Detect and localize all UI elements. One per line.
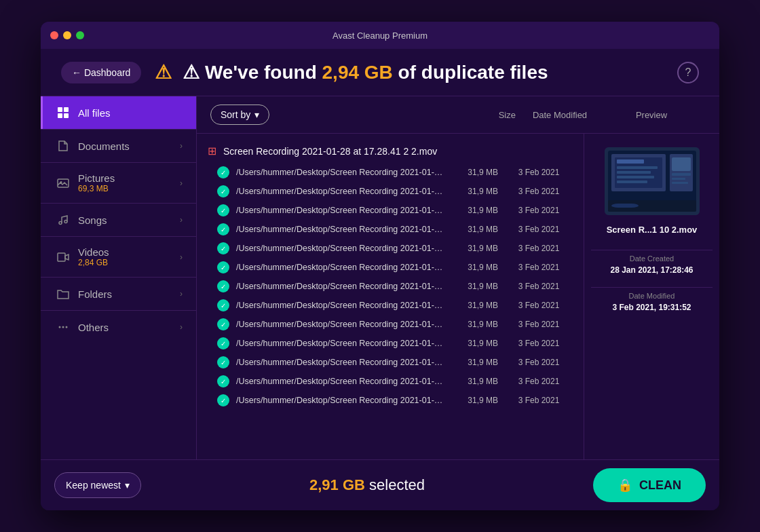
main-content: Sort by ▾ Size Date Modified Preview ⊞ S… <box>197 96 719 459</box>
videos-sub: Videos 2,84 GB <box>78 246 109 267</box>
all-files-label: All files <box>78 107 111 119</box>
back-button[interactable]: ← Dashboard <box>61 62 141 83</box>
date-created-label: Date Created <box>630 254 674 263</box>
check-icon: ✓ <box>217 261 229 273</box>
preview-panel: Screen R...1 10 2.mov Date Created 28 Ja… <box>584 134 719 459</box>
file-date: 3 Feb 2021 <box>505 377 573 386</box>
check-icon: ✓ <box>217 204 229 216</box>
sidebar-item-songs[interactable]: Songs › <box>41 204 196 236</box>
file-row[interactable]: ✓ /Users/hummer/Desktop/Screen Recording… <box>197 163 584 182</box>
sidebar-item-pictures[interactable]: Pictures 69,3 MB › <box>41 163 196 203</box>
check-icon: ✓ <box>217 166 229 178</box>
file-date: 3 Feb 2021 <box>505 339 573 348</box>
file-path: /Users/hummer/Desktop/Screen Recording 2… <box>236 301 444 310</box>
file-row[interactable]: ✓ /Users/hummer/Desktop/Screen Recording… <box>197 372 584 391</box>
divider-1 <box>591 250 712 250</box>
sidebar-item-others[interactable]: Others › <box>41 311 196 343</box>
file-date: 3 Feb 2021 <box>505 244 573 253</box>
preview-thumbnail <box>605 147 700 215</box>
file-size: 31,9 MB <box>451 187 498 196</box>
file-path: /Users/hummer/Desktop/Screen Recording 2… <box>236 339 444 348</box>
svg-rect-24 <box>672 178 685 180</box>
date-modified-label: Date Modified <box>629 292 675 300</box>
header: ← Dashboard ⚠ ⚠ We've found 2,94 GB of d… <box>41 49 719 96</box>
close-button[interactable] <box>50 31 58 39</box>
window-title: Avast Cleanup Premium <box>332 31 428 41</box>
minimize-button[interactable] <box>63 31 71 39</box>
preview-filename: Screen R...1 10 2.mov <box>607 225 698 235</box>
grid-icon <box>56 106 70 119</box>
selected-info: 2,91 GB selected <box>309 476 425 494</box>
file-row[interactable]: ✓ /Users/hummer/Desktop/Screen Recording… <box>197 391 584 410</box>
chevron-right-icon-2: › <box>180 178 183 188</box>
file-row[interactable]: ✓ /Users/hummer/Desktop/Screen Recording… <box>197 239 584 258</box>
help-button[interactable]: ? <box>677 62 699 83</box>
sort-by-button[interactable]: Sort by ▾ <box>210 104 269 125</box>
keep-newest-button[interactable]: Keep newest ▾ <box>54 472 141 498</box>
pictures-icon <box>56 176 70 190</box>
file-row[interactable]: ✓ /Users/hummer/Desktop/Screen Recording… <box>197 334 584 353</box>
svg-point-11 <box>66 326 68 328</box>
sort-chevron-icon: ▾ <box>254 109 259 120</box>
file-size: 31,9 MB <box>451 282 498 291</box>
svg-rect-1 <box>64 107 69 112</box>
file-path: /Users/hummer/Desktop/Screen Recording 2… <box>236 206 444 215</box>
file-date: 3 Feb 2021 <box>505 358 573 367</box>
file-row[interactable]: ✓ /Users/hummer/Desktop/Screen Recording… <box>197 277 584 296</box>
svg-rect-0 <box>58 107 62 112</box>
file-row[interactable]: ✓ /Users/hummer/Desktop/Screen Recording… <box>197 220 584 239</box>
file-date: 3 Feb 2021 <box>505 168 573 177</box>
svg-point-6 <box>59 222 62 225</box>
sidebar-item-videos[interactable]: Videos 2,84 GB › <box>41 237 196 277</box>
svg-rect-25 <box>672 182 688 184</box>
videos-icon <box>56 250 70 264</box>
check-icon: ✓ <box>217 337 229 349</box>
traffic-lights <box>50 31 84 39</box>
file-size: 31,9 MB <box>451 168 498 177</box>
file-size: 31,9 MB <box>451 320 498 329</box>
check-icon: ✓ <box>217 223 229 235</box>
sort-by-label: Sort by <box>221 109 250 120</box>
check-icon: ✓ <box>217 318 229 330</box>
file-path: /Users/hummer/Desktop/Screen Recording 2… <box>236 396 444 405</box>
svg-rect-19 <box>617 176 654 178</box>
file-size: 31,9 MB <box>451 396 498 405</box>
chevron-right-icon-6: › <box>180 322 183 332</box>
file-row[interactable]: ✓ /Users/hummer/Desktop/Screen Recording… <box>197 353 584 372</box>
file-row[interactable]: ✓ /Users/hummer/Desktop/Screen Recording… <box>197 258 584 277</box>
svg-rect-3 <box>64 113 69 118</box>
file-path: /Users/hummer/Desktop/Screen Recording 2… <box>236 377 444 386</box>
header-left: ← Dashboard ⚠ ⚠ We've found 2,94 GB of d… <box>61 61 548 83</box>
sidebar-item-documents[interactable]: Documents › <box>41 130 196 162</box>
keep-newest-chevron-icon: ▾ <box>125 480 130 491</box>
sidebar-item-all-files[interactable]: All files <box>41 96 196 129</box>
check-icon: ✓ <box>217 299 229 311</box>
svg-rect-17 <box>617 166 658 169</box>
sidebar-item-folders[interactable]: Folders › <box>41 278 196 310</box>
videos-label: Videos <box>78 246 109 258</box>
clean-button[interactable]: 🔒 CLEAN <box>593 468 706 502</box>
column-headers: Size Date Modified Preview <box>468 110 706 120</box>
toolbar: Sort by ▾ Size Date Modified Preview <box>197 96 719 134</box>
selected-size: 2,91 GB <box>309 476 365 493</box>
file-date: 3 Feb 2021 <box>505 301 573 310</box>
chevron-right-icon-3: › <box>180 215 183 225</box>
check-icon: ✓ <box>217 375 229 387</box>
file-row[interactable]: ✓ /Users/hummer/Desktop/Screen Recording… <box>197 201 584 220</box>
sidebar: All files Documents › <box>41 96 197 459</box>
file-row[interactable]: ✓ /Users/hummer/Desktop/Screen Recording… <box>197 182 584 201</box>
file-date: 3 Feb 2021 <box>505 263 573 272</box>
svg-rect-8 <box>58 253 65 261</box>
file-list: ⊞ Screen Recording 2021-01-28 at 17.28.4… <box>197 134 584 459</box>
maximize-button[interactable] <box>76 31 84 39</box>
date-header: Date Modified <box>522 110 597 120</box>
others-icon <box>56 320 70 334</box>
check-icon: ✓ <box>217 356 229 368</box>
folders-label: Folders <box>78 288 112 300</box>
documents-icon <box>56 139 70 153</box>
file-size: 31,9 MB <box>451 225 498 234</box>
file-row[interactable]: ✓ /Users/hummer/Desktop/Screen Recording… <box>197 296 584 315</box>
svg-rect-16 <box>617 159 644 164</box>
file-size: 31,9 MB <box>451 339 498 348</box>
file-row[interactable]: ✓ /Users/hummer/Desktop/Screen Recording… <box>197 315 584 334</box>
